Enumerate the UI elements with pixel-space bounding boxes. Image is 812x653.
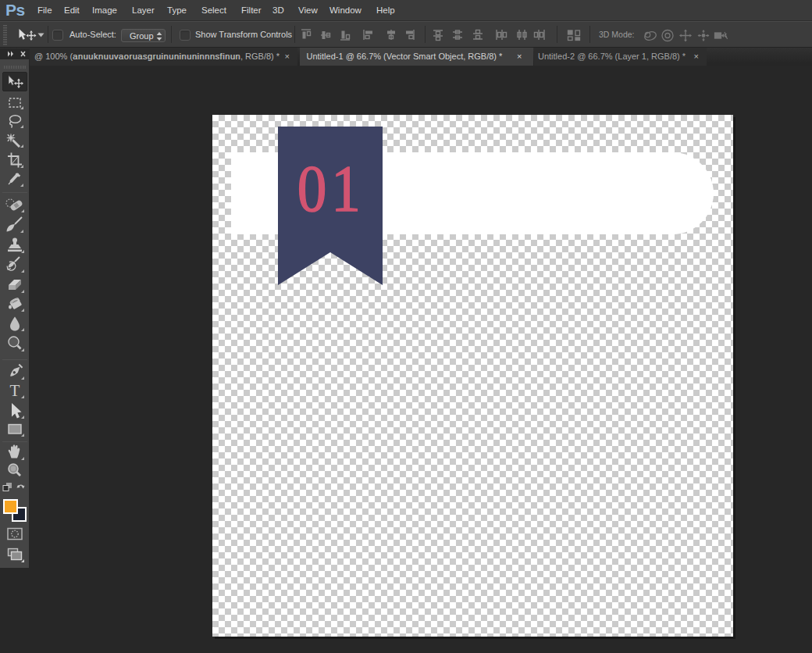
svg-text:0: 0 — [297, 152, 327, 225]
svg-text:T: T — [10, 381, 20, 400]
svg-text:1: 1 — [331, 152, 361, 225]
